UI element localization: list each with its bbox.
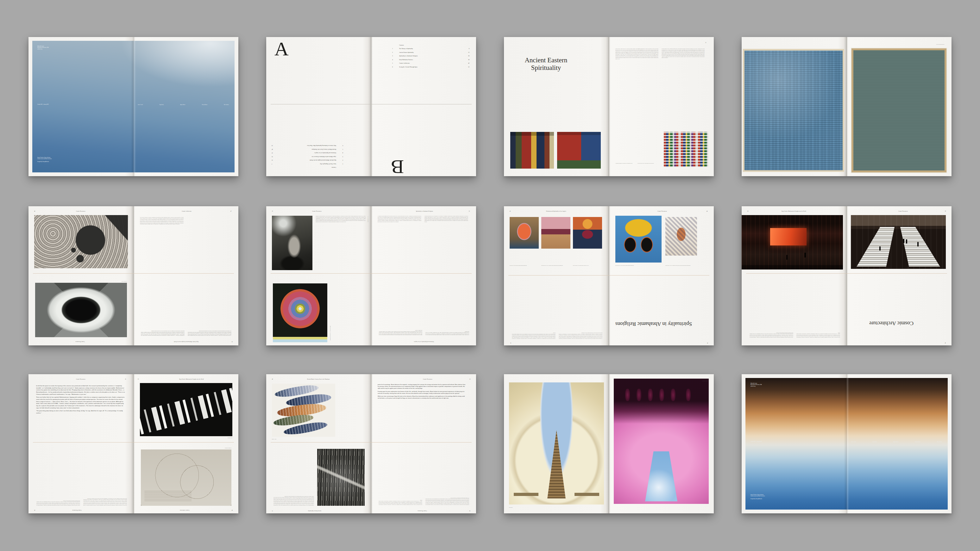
exhibition-dates: October 2022 – January 2023 bbox=[751, 441, 762, 443]
visitor-figure bbox=[917, 242, 919, 246]
essay-column: In the search for habitable exoplanets, … bbox=[140, 217, 184, 270]
item-page: 52 bbox=[468, 67, 469, 68]
artist-name: James Turrell bbox=[138, 104, 143, 105]
contents-heading: Contents bbox=[272, 167, 336, 168]
page-number: 16 bbox=[232, 341, 233, 342]
artist-name: James Turrell bbox=[851, 441, 856, 443]
visitor-figure bbox=[659, 389, 664, 402]
side-b-flipped-half: 14 Cosmic Phenomena Boundaries beckon in… bbox=[266, 443, 476, 513]
page-number: 28 bbox=[747, 211, 748, 212]
thanks-block: Special Thanks to Simon Johnston Lavinia… bbox=[751, 494, 765, 500]
spread-sanders-paintings: 43 Hedonism and Spirituality in Los Ange… bbox=[504, 206, 714, 345]
side-b-flipped-half: 16 Ryoji Ikeda's Mathematical Insights i… bbox=[29, 274, 239, 345]
footnote: 1. Chhandogya Upanishad, in Juan Mascaro… bbox=[615, 163, 634, 164]
manuscript-diagram-image bbox=[141, 449, 231, 506]
visitor-figure bbox=[686, 389, 691, 402]
article-paragraph: Drawing upon his prior explorations into… bbox=[378, 391, 466, 394]
item-number: 6 bbox=[392, 67, 399, 68]
item-title: The History of Spirituality bbox=[399, 48, 469, 49]
center-fold-shading bbox=[606, 37, 612, 176]
item-page: 6 bbox=[469, 48, 469, 49]
spread-cover-b: Walker Art Center Minneapolis, Minnesota… bbox=[741, 374, 951, 513]
running-head: Hedonism and Spirituality in Los Angeles bbox=[517, 211, 596, 212]
venue-city: Minneapolis, Minnesota, USA bbox=[37, 47, 48, 48]
spread-contents: A Contents 1The History of Spirituality6… bbox=[266, 37, 476, 176]
article-column: His installation test pattern — an immer… bbox=[141, 282, 185, 336]
abstract-painting-2 bbox=[557, 132, 601, 168]
cover-b-gradient-artwork: Walker Art Center Minneapolis, Minnesota… bbox=[745, 378, 948, 510]
artist-name: Ryoji Ikeda bbox=[159, 104, 164, 105]
essay-column: Cosmic architecture, guided by mathemati… bbox=[37, 449, 80, 506]
interview-paragraph: “The great thing about being an artist i… bbox=[36, 410, 125, 414]
running-head: Cosmic Architecture bbox=[154, 211, 220, 212]
item-page: 53 bbox=[272, 145, 273, 146]
teal-painting bbox=[851, 48, 947, 172]
section-title: Ancient Eastern Spirituality bbox=[522, 57, 570, 71]
contents-item: 6Why Artists are Embracing Spirituality … bbox=[272, 145, 343, 146]
contents-item: 5Ricardo Mazal's Journey East to the Him… bbox=[272, 148, 343, 149]
visitor-figure bbox=[903, 239, 904, 243]
spread-fractal-architecture: 46 Cosmic Phenomena Mandelbrot set Cosmi… bbox=[29, 206, 239, 345]
image-caption: Mandelbrot set bbox=[128, 216, 129, 220]
running-head: Ryoji Ikeda's Mathematical Insights into… bbox=[751, 211, 837, 212]
side-a-letter: A bbox=[274, 40, 289, 58]
visitor-figure bbox=[906, 240, 907, 244]
artwork-caption: Siren, 2020. Acrylic on plywood, polishe… bbox=[510, 265, 538, 266]
essay-column: To transcend religious dogma and offer i… bbox=[378, 216, 421, 272]
item-title: Ricardo Mazal's Journey East to the Hima… bbox=[273, 148, 336, 149]
artist-name: Ryoji Ikeda bbox=[873, 441, 877, 443]
item-number: 2 bbox=[392, 52, 399, 53]
essay-column: Christian mysticism has also been marked… bbox=[512, 279, 555, 339]
contents-item: 3Spirituality in Abrahamic Religions20 bbox=[392, 56, 469, 57]
artwork-caption: Spout Out, 2020. Acrylic on plywood, pol… bbox=[615, 265, 647, 266]
item-number: 3 bbox=[336, 156, 343, 157]
striped-projection-left bbox=[857, 227, 894, 267]
item-number: 4 bbox=[336, 152, 343, 153]
page-number: 40 bbox=[232, 510, 233, 511]
item-page: 25 bbox=[272, 156, 273, 157]
artist-name: Ricardo Mazal bbox=[202, 104, 207, 105]
item-number: 6 bbox=[336, 145, 343, 146]
item-number: 3 bbox=[392, 56, 399, 57]
designed-by: Designed by Umang Ahluwalia bbox=[751, 499, 765, 500]
artist-names-row: James Turrell Ryoji Ikeda Agnes Martin R… bbox=[851, 441, 942, 443]
contents-item: 1James Turrell: Shaping the Sky7 bbox=[272, 163, 343, 165]
item-page: 7 bbox=[272, 163, 272, 165]
interview-text-block: he felt that the quest to resolve the my… bbox=[36, 385, 125, 441]
center-fold-shading bbox=[131, 41, 137, 172]
article-text-block: points for his paintings. Mazal abstract… bbox=[378, 384, 466, 431]
silhouette-figure bbox=[804, 253, 806, 257]
image-caption: Group IX/SUW, The Swan, No. 17, 1915. Oi… bbox=[330, 326, 331, 340]
item-title: Spirituality in Abrahamic Religions bbox=[399, 56, 468, 57]
visitor-figure bbox=[636, 389, 641, 402]
image-caption: Christ in Gethsemane bbox=[368, 216, 368, 222]
running-head: Cosmic Phenomena bbox=[48, 510, 105, 511]
roden-crater-skyspace-photo bbox=[509, 383, 604, 505]
item-title: Why Artists are Embracing Spirituality M… bbox=[273, 145, 336, 146]
side-b-flipped-half: 42 Cosmic Architecture In the exploratio… bbox=[741, 274, 951, 345]
flipped-running-head: Cosmic Phenomena bbox=[680, 381, 708, 381]
essay-column: Boundaries beckon individuals to explore… bbox=[425, 448, 469, 505]
artist-name: Ben Sanders bbox=[937, 441, 942, 443]
running-head: Cosmic Phenomena bbox=[399, 379, 456, 380]
item-page: 42 bbox=[468, 63, 469, 64]
side-b-flipped-half: 20 Spirituality in Abrahamic Religions T… bbox=[504, 276, 714, 345]
forest-photo bbox=[317, 449, 365, 506]
sanders-drawing-still-life bbox=[665, 217, 697, 256]
page-number: 29 bbox=[945, 211, 946, 212]
page-number: 41 bbox=[34, 510, 35, 511]
page-number: 43 bbox=[510, 211, 511, 212]
essay-column: In the exploration of cosmic architectur… bbox=[379, 448, 422, 505]
contents-item: 4Hedonism and Spirituality in Los Angele… bbox=[272, 152, 343, 153]
item-number: 5 bbox=[336, 148, 343, 149]
page-number: 13 bbox=[705, 42, 706, 43]
item-title: James Turrell: Shaping the Sky bbox=[272, 163, 336, 165]
page-number: 44 bbox=[706, 211, 708, 212]
cover-a-gradient-artwork: Walker Art Center Minneapolis, Minnesota… bbox=[32, 41, 235, 172]
silhouette-figure bbox=[786, 255, 788, 260]
page-number: 21 bbox=[510, 342, 511, 343]
venue-city: Minneapolis, Minnesota, USA bbox=[751, 384, 762, 386]
item-page: 30 bbox=[468, 59, 469, 60]
essay-column: In the exploration of cosmic architectur… bbox=[796, 281, 840, 338]
page-number: 20 bbox=[125, 379, 126, 380]
